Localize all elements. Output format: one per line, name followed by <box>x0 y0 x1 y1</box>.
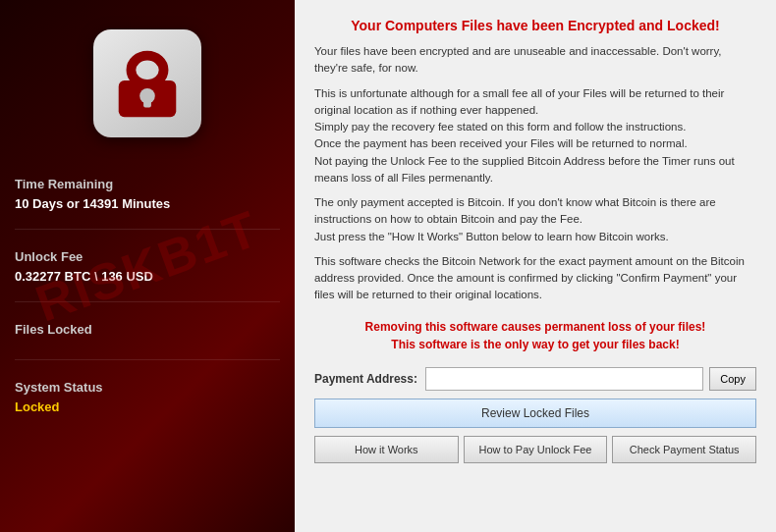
lock-icon-container <box>93 29 201 137</box>
system-status-value: Locked <box>15 399 280 414</box>
files-locked-label: Files Locked <box>15 322 280 337</box>
main-title: Your Computers Files have been Encrypted… <box>314 18 756 33</box>
paragraph-3: The only payment accepted is Bitcoin. If… <box>314 194 756 245</box>
lock-icon <box>113 44 182 123</box>
check-payment-status-button[interactable]: Check Payment Status <box>612 436 756 463</box>
system-status-label: System Status <box>15 380 280 395</box>
payment-row: Payment Address: Copy <box>314 367 756 391</box>
left-panel: Time Remaining 10 Days or 14391 Minutes … <box>0 0 295 532</box>
info-section: Time Remaining 10 Days or 14391 Minutes … <box>15 177 280 452</box>
paragraph-4: This software checks the Bitcoin Network… <box>314 253 756 304</box>
payment-label: Payment Address: <box>314 372 417 386</box>
review-locked-files-button[interactable]: Review Locked Files <box>314 399 756 428</box>
warning-line-1: Removing this software causes permanent … <box>365 320 706 334</box>
warning-text: Removing this software causes permanent … <box>314 318 756 353</box>
time-remaining-label: Time Remaining <box>15 177 280 191</box>
copy-button[interactable]: Copy <box>709 367 756 391</box>
how-to-pay-button[interactable]: How to Pay Unlock Fee <box>464 436 608 463</box>
svg-rect-0 <box>131 56 163 84</box>
paragraph-1: Your files have been encrypted and are u… <box>314 43 756 78</box>
how-it-works-button[interactable]: How it Works <box>314 436 459 463</box>
action-buttons-row: How it Works How to Pay Unlock Fee Check… <box>314 436 756 463</box>
payment-address-input[interactable] <box>425 367 703 391</box>
unlock-fee-row: Unlock Fee 0.32277 BTC \ 136 USD <box>15 249 280 302</box>
unlock-fee-value: 0.32277 BTC \ 136 USD <box>15 269 280 284</box>
time-remaining-row: Time Remaining 10 Days or 14391 Minutes <box>15 177 280 230</box>
warning-line-2: This software is the only way to get you… <box>391 338 679 351</box>
unlock-fee-label: Unlock Fee <box>15 249 280 264</box>
right-panel: Your Computers Files have been Encrypted… <box>295 0 776 532</box>
files-locked-row: Files Locked <box>15 322 280 360</box>
system-status-row: System Status Locked <box>15 380 280 432</box>
paragraph-2: This is unfortunate although for a small… <box>314 85 756 187</box>
time-remaining-value: 10 Days or 14391 Minutes <box>15 196 280 211</box>
svg-rect-3 <box>143 96 151 108</box>
